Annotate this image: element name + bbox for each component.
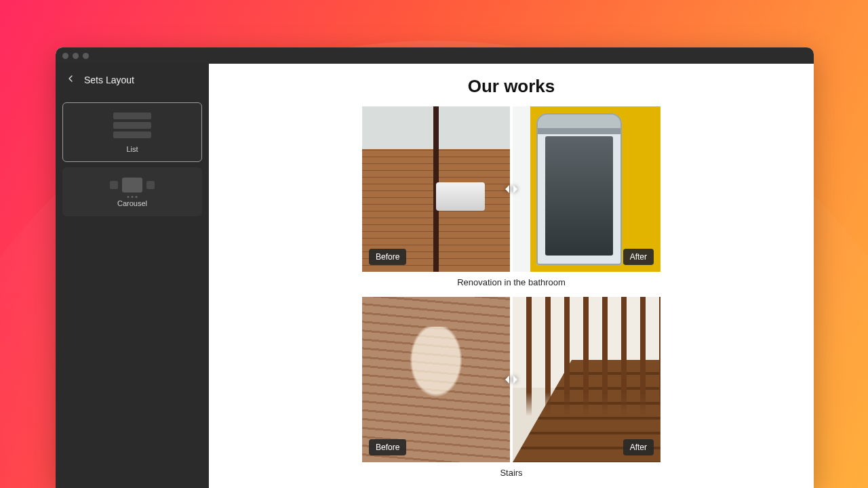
list-thumbnail-icon [113,113,151,138]
window-titlebar [56,47,814,64]
layout-option-list[interactable]: List [62,102,202,162]
carousel-thumbnail-icon [110,178,155,192]
work-item: Before After Renovation in the bathroom [362,106,660,287]
before-image: Before [362,106,510,272]
sidebar: Sets Layout List Carousel [56,64,209,488]
after-badge: After [623,249,654,265]
preview-content: Our works Before After [209,64,814,487]
app-body: Sets Layout List Carousel [56,64,814,488]
layout-option-label: Carousel [117,199,147,207]
after-image: After [513,106,660,272]
layout-option-carousel[interactable]: Carousel [62,167,202,216]
work-caption: Renovation in the bathroom [362,277,660,287]
before-after-pair: Before After [362,297,660,462]
sidebar-title: Sets Layout [84,75,134,85]
before-badge: Before [369,249,406,265]
sidebar-header: Sets Layout [56,64,209,96]
window-control-minimize[interactable] [73,53,79,59]
work-item: Before After Stairs [362,297,660,478]
after-badge: After [623,439,654,455]
before-badge: Before [369,439,406,455]
work-caption: Stairs [362,468,660,478]
back-arrow-icon[interactable] [65,73,76,86]
layout-options: List Carousel [56,96,209,223]
page-title: Our works [468,76,555,97]
app-window: Sets Layout List Carousel [56,47,814,488]
before-after-pair: Before After [362,106,660,272]
before-image: Before [362,297,510,462]
compare-slider-handle[interactable] [504,184,519,194]
preview-pane[interactable]: Our works Before After [209,64,814,488]
after-image: After [513,297,660,462]
layout-option-label: List [126,145,138,153]
window-control-close[interactable] [62,53,68,59]
compare-slider-handle[interactable] [504,375,519,384]
window-control-zoom[interactable] [83,53,89,59]
